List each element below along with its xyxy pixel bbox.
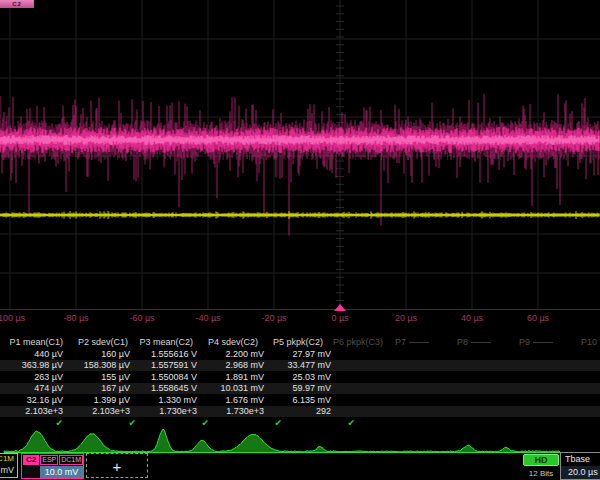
time-axis: -100 µs-80 µs-60 µs-40 µs-20 µs0 µs20 µs… (0, 311, 600, 326)
measurement-table: P1 mean(C1)P2 sdev(C1)P3 mean(C2)P4 sdev… (0, 336, 600, 429)
measurement-value: 2.103e+3 (67, 406, 134, 416)
c2-descriptor-header: C2 ESP DC1M (22, 454, 83, 466)
measurement-value: 2.968 mV (201, 360, 268, 370)
measurement-value: 27.97 mV (268, 349, 335, 359)
measurement-value: 263 µV (0, 372, 67, 382)
measurement-value: 1.558645 V (134, 383, 201, 393)
time-axis-label: -60 µs (129, 313, 154, 323)
param-header-p1[interactable]: P1 mean(C1) (0, 337, 65, 347)
measurement-value: 2.103e+3 (0, 406, 67, 416)
measurement-value: 474 µV (0, 383, 67, 393)
measurement-header-row: P1 mean(C1)P2 sdev(C1)P3 mean(C2)P4 sdev… (0, 336, 600, 348)
measurement-value: 1.399 µV (67, 395, 134, 405)
c2-channel-badge: C2 (23, 455, 39, 465)
unused-param-line (409, 342, 429, 343)
param-header-p7[interactable]: P7 (387, 337, 449, 347)
param-header-p6[interactable]: P6 pkpk(C3) (325, 337, 387, 347)
measurement-row: 2.103e+32.103e+31.730e+31.730e+3292 (0, 406, 600, 418)
active-trace-badge: C2 (0, 0, 34, 8)
measurement-value: 158.308 µV (67, 360, 134, 370)
c1-coupling-label: C1M (0, 454, 14, 463)
c2-esp-tag: ESP (40, 455, 58, 465)
time-axis-label: -80 µs (63, 313, 88, 323)
measurement-value: 155 µV (67, 372, 134, 382)
measurement-value: 1.730e+3 (201, 406, 268, 416)
measurement-row: 32.16 µV1.399 µV1.330 mV1.676 mV6.135 mV (0, 394, 600, 406)
timebase-label: Tbase (565, 454, 590, 464)
measurement-row: 263 µV155 µV1.550084 V1.891 mV25.03 mV (0, 371, 600, 383)
measurement-value: 10.031 mV (201, 383, 268, 393)
c2-descriptor-box[interactable]: C2 ESP DC1M 10.0 mV (21, 453, 84, 479)
measurement-value: 292 (268, 406, 335, 416)
measurement-value: 1.676 mV (201, 395, 268, 405)
time-axis-label: 40 µs (461, 313, 483, 323)
hd-mode-badge[interactable]: HD (523, 454, 559, 466)
measurement-row: 363.98 µV158.308 µV1.557591 V2.968 mV33.… (0, 360, 600, 372)
measurement-value: 2.200 mV (201, 349, 268, 359)
oscilloscope-screen: C2 -100 µs-80 µs-60 µs-40 µs-20 µs0 µs20… (0, 0, 600, 480)
waveform-display (0, 0, 600, 312)
c2-coupling-tag: DC1M (59, 455, 83, 465)
measurement-value: 1.555616 V (134, 349, 201, 359)
unused-param-line (533, 342, 553, 343)
measurement-value: 1.557591 V (134, 360, 201, 370)
c1-waveform-trace[interactable] (0, 211, 599, 219)
time-axis-label: 60 µs (527, 313, 549, 323)
add-trace-button[interactable]: + (86, 453, 148, 478)
measurement-value: 33.477 mV (268, 360, 335, 370)
param-header-p10[interactable]: P10 (573, 337, 600, 347)
measurement-value: 1.330 mV (134, 395, 201, 405)
time-axis-label: 0 µs (331, 313, 348, 323)
unused-param-line (471, 342, 491, 343)
c2-descriptor-values: 10.0 mV (22, 466, 83, 478)
c2-descriptor-spacer (22, 466, 40, 478)
trigger-position-marker[interactable] (334, 304, 346, 311)
c2-vdiv-value[interactable]: 10.0 mV (40, 466, 83, 478)
measurement-value: 32.16 µV (0, 395, 67, 405)
hd-bits-label: 12 Bits (521, 469, 561, 478)
measurement-value: 440 µV (0, 349, 67, 359)
param-header-p2[interactable]: P2 sdev(C1) (65, 337, 130, 347)
time-axis-label: -100 µs (0, 313, 25, 323)
param-header-p4[interactable]: P4 sdev(C2) (195, 337, 260, 347)
time-axis-label: 20 µs (395, 313, 417, 323)
measurement-row: 440 µV160 µV1.555616 V2.200 mV27.97 mV (0, 348, 600, 360)
measurement-row: 474 µV167 µV1.558645 V10.031 mV59.97 mV (0, 383, 600, 395)
time-axis-label: -20 µs (261, 313, 286, 323)
measurement-value: 160 µV (67, 349, 134, 359)
param-header-p3[interactable]: P3 mean(C2) (130, 337, 195, 347)
param-header-p5[interactable]: P5 pkpk(C2) (260, 337, 325, 347)
timebase-box[interactable]: Tbase 20.0 µs (560, 452, 600, 480)
measurement-value: 1.891 mV (201, 372, 268, 382)
c1-descriptor-box[interactable]: C1M 0 mV (0, 453, 18, 478)
measurement-value: 59.97 mV (268, 383, 335, 393)
measurement-histicons[interactable] (0, 426, 600, 454)
c1-vdiv-value: 0 mV (0, 465, 14, 475)
measurement-value: 363.98 µV (0, 360, 67, 370)
timebase-value: 20.0 µs (561, 466, 600, 479)
measurement-value: 167 µV (67, 383, 134, 393)
measurement-value: 25.03 mV (268, 372, 335, 382)
param-header-p8[interactable]: P8 (449, 337, 511, 347)
time-axis-label: -40 µs (195, 313, 220, 323)
param-header-p9[interactable]: P9 (511, 337, 573, 347)
timebase-header: Tbase (561, 453, 600, 466)
measurement-value: 1.550084 V (134, 372, 201, 382)
measurement-value: 1.730e+3 (134, 406, 201, 416)
measurement-value: 6.135 mV (268, 395, 335, 405)
